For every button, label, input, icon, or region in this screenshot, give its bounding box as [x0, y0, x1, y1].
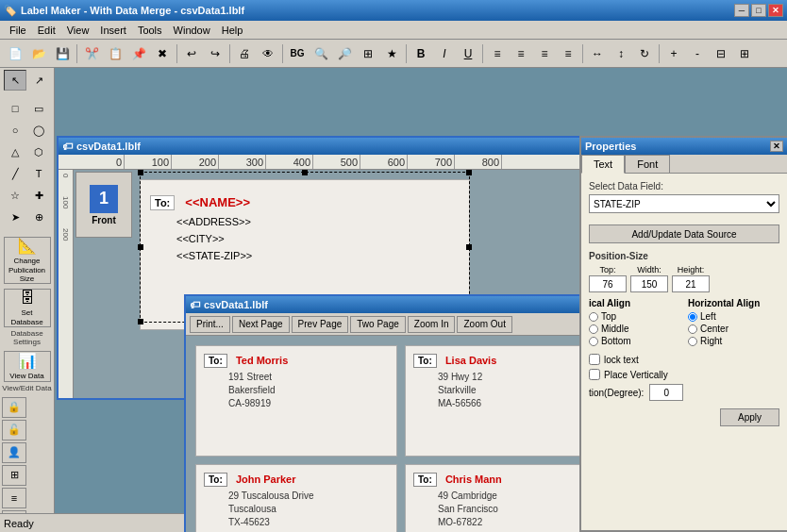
- rect-tool[interactable]: □: [4, 98, 26, 119]
- menu-edit[interactable]: Edit: [32, 23, 61, 38]
- set-database-button[interactable]: 🗄 Set Database: [4, 289, 51, 327]
- two-page-button[interactable]: Two Page: [350, 316, 405, 333]
- minimize-button[interactable]: ─: [734, 4, 749, 17]
- rotation-input[interactable]: [649, 384, 683, 401]
- line-tool[interactable]: ╱: [4, 163, 26, 184]
- zoom-in-button-cw2[interactable]: Zoom In: [408, 316, 456, 333]
- circle-tool[interactable]: ○: [4, 120, 26, 141]
- tab-font[interactable]: Font: [625, 155, 670, 173]
- label-2-address: 39 Hwy 12: [438, 372, 598, 382]
- highlight-button[interactable]: ★: [380, 42, 403, 65]
- select-tool[interactable]: ↖: [4, 70, 26, 91]
- paste-button[interactable]: 📌: [127, 42, 150, 65]
- to-prefix: To:: [150, 195, 175, 210]
- ellipse-tool[interactable]: ◯: [27, 120, 50, 141]
- menu-file[interactable]: File: [4, 23, 32, 38]
- maximize-button[interactable]: □: [751, 4, 766, 17]
- vert-bottom-radio[interactable]: [589, 337, 598, 346]
- change-publication-size-button[interactable]: 📐 Change Publication Size: [4, 237, 51, 284]
- close-button[interactable]: ✕: [768, 4, 783, 17]
- cursor-tool[interactable]: ⊕: [27, 207, 50, 227]
- ungroup-button[interactable]: ⊞: [733, 42, 756, 65]
- top-input[interactable]: [589, 275, 627, 292]
- label-3-city: Tuscalousa: [228, 504, 389, 514]
- delete-button[interactable]: ✖: [151, 42, 174, 65]
- print-button[interactable]: 🖨: [233, 42, 256, 65]
- bg-color-button[interactable]: BG: [286, 42, 309, 65]
- print-preview-button[interactable]: 👁: [257, 42, 279, 65]
- view-data-button[interactable]: 📊 View Data: [4, 351, 51, 382]
- handle-tm[interactable]: [302, 170, 308, 175]
- place-vertically-checkbox[interactable]: [589, 369, 600, 380]
- grid-button[interactable]: ⊞: [357, 42, 379, 65]
- italic-button[interactable]: I: [433, 42, 456, 65]
- move-front-button[interactable]: +: [662, 42, 685, 65]
- next-page-button[interactable]: Next Page: [232, 316, 290, 333]
- menu-help[interactable]: Help: [216, 23, 249, 38]
- rotate-button[interactable]: ↻: [633, 42, 656, 65]
- save-button[interactable]: 💾: [51, 42, 74, 65]
- align-center-button[interactable]: ≡: [510, 42, 532, 65]
- align-left-button[interactable]: ≡: [486, 42, 509, 65]
- arrow-tool[interactable]: ↗: [27, 70, 50, 91]
- menu-insert[interactable]: Insert: [94, 23, 132, 38]
- menu-tools[interactable]: Tools: [132, 23, 168, 38]
- align-justify-button[interactable]: ≡: [557, 42, 579, 65]
- label-chris-mann[interactable]: To: Chris Mann 49 Cambridge San Francisc…: [405, 464, 607, 532]
- front-indicator: 1 Front: [75, 172, 132, 238]
- copy-button[interactable]: 📋: [104, 42, 126, 65]
- label-address-line: <<ADDRESS>>: [150, 216, 460, 227]
- add-update-data-source-button[interactable]: Add/Update Data Source: [589, 224, 779, 243]
- vert-top-radio[interactable]: [589, 312, 598, 322]
- triangle-tool[interactable]: △: [4, 141, 26, 162]
- vert-middle-radio[interactable]: [589, 324, 598, 334]
- zoom-out-button[interactable]: 🔎: [333, 42, 356, 65]
- arrow-shape-tool[interactable]: ➤: [4, 207, 26, 227]
- handle-tr[interactable]: [466, 170, 472, 175]
- polygon-tool[interactable]: ⬡: [27, 141, 50, 162]
- label-4-name: Chris Mann: [445, 474, 502, 485]
- layers-icon[interactable]: ≡: [2, 488, 26, 508]
- unlock-icon[interactable]: 🔓: [2, 420, 26, 441]
- label-lisa-davis[interactable]: To: Lisa Davis 39 Hwy 12 Starkville MA-5…: [405, 345, 607, 457]
- apply-button[interactable]: Apply: [720, 408, 779, 426]
- width-input[interactable]: [630, 275, 668, 292]
- menu-view[interactable]: View: [61, 23, 95, 38]
- horiz-left-radio[interactable]: [688, 312, 697, 322]
- bold-button[interactable]: B: [410, 42, 432, 65]
- horiz-right-radio[interactable]: [688, 337, 697, 346]
- handle-tl[interactable]: [138, 170, 143, 175]
- redo-button[interactable]: ↪: [204, 42, 226, 65]
- underline-button[interactable]: U: [457, 42, 479, 65]
- lock-icon[interactable]: 🔒: [2, 397, 26, 418]
- data-field-select[interactable]: STATE-ZIP NAME ADDRESS CITY: [589, 194, 779, 213]
- flip-v-button[interactable]: ↕: [610, 42, 632, 65]
- horiz-center-radio[interactable]: [688, 324, 697, 334]
- prev-page-button[interactable]: Prev Page: [292, 316, 349, 333]
- text-tool[interactable]: T: [27, 163, 50, 184]
- cut-button[interactable]: ✂️: [80, 42, 103, 65]
- label-john-parker[interactable]: To: John Parker 29 Tuscalousa Drive Tusc…: [195, 464, 397, 532]
- open-button[interactable]: 📂: [27, 42, 50, 65]
- rounded-rect-tool[interactable]: ▭: [27, 98, 50, 119]
- zoom-in-button[interactable]: 🔍: [310, 42, 332, 65]
- height-input[interactable]: [672, 275, 710, 292]
- properties-close-button[interactable]: ✕: [770, 141, 783, 152]
- print-button-cw2[interactable]: Print...: [190, 316, 230, 333]
- zoom-out-button-cw2[interactable]: Zoom Out: [457, 316, 511, 333]
- tab-text[interactable]: Text: [581, 155, 625, 174]
- move-back-button[interactable]: -: [686, 42, 709, 65]
- cross-tool[interactable]: ✚: [27, 185, 50, 206]
- group-button[interactable]: ⊟: [710, 42, 732, 65]
- align-right-button[interactable]: ≡: [533, 42, 556, 65]
- menu-window[interactable]: Window: [168, 23, 216, 38]
- flip-h-button[interactable]: ↔: [586, 42, 609, 65]
- user-icon[interactable]: 👤: [2, 442, 26, 463]
- undo-button[interactable]: ↩: [180, 42, 203, 65]
- ruler-mark-0: 0: [77, 155, 125, 169]
- group-icon-2[interactable]: ⊞: [2, 465, 26, 486]
- lock-text-checkbox[interactable]: [589, 354, 600, 365]
- label-ted-morris[interactable]: To: Ted Morris 191 Street Bakersfield CA…: [195, 345, 397, 457]
- star-tool[interactable]: ☆: [4, 185, 26, 206]
- new-button[interactable]: 📄: [4, 42, 26, 65]
